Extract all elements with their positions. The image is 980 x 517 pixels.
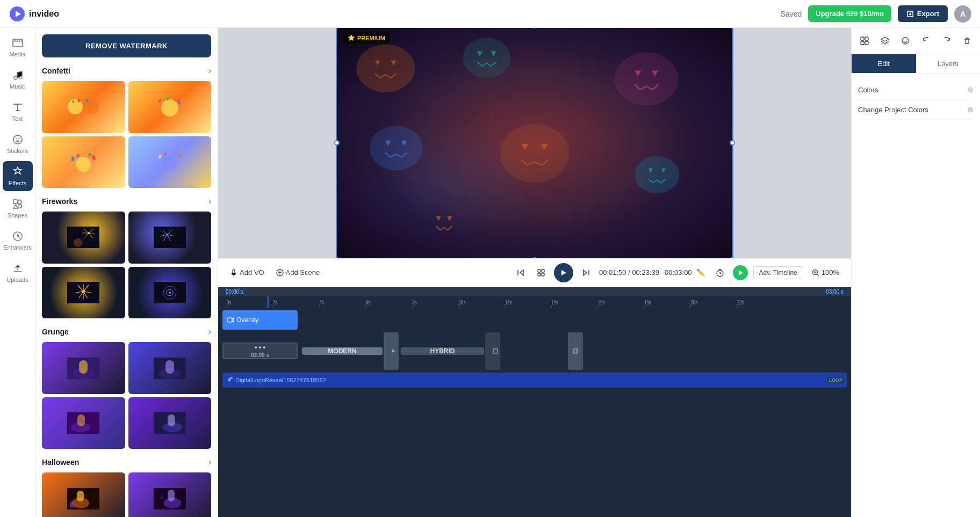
add-scene-button[interactable]: Add Scene	[273, 266, 323, 279]
effects-icon	[12, 166, 24, 178]
scene-clip-main[interactable]: • • • 03:00 s	[222, 343, 298, 359]
svg-rect-2	[13, 39, 23, 47]
grunge-section-header[interactable]: Grunge ›	[42, 327, 211, 337]
sidebar-item-music[interactable]: Music	[3, 64, 33, 94]
scene-clip-hybrid[interactable]: HYBRID	[401, 347, 484, 355]
halloween-thumbnail-1[interactable]	[42, 472, 125, 517]
handle-bottom-left[interactable]	[334, 257, 340, 258]
svg-rect-140	[493, 349, 498, 353]
fireworks-thumbnail-3[interactable]	[42, 267, 125, 319]
svg-point-23	[76, 154, 80, 157]
svg-point-8	[18, 205, 21, 208]
adv-timeline-button[interactable]: Adv. Timeline	[753, 266, 803, 279]
halloween-grid	[42, 472, 211, 517]
halloween-thumbnail-2[interactable]	[128, 472, 212, 517]
svg-point-59	[169, 292, 171, 294]
sidebar-item-shapes[interactable]: Shapes	[3, 193, 33, 223]
mask-icon	[901, 37, 910, 45]
timestamp-row: 00:00 s 03:00 s	[218, 287, 851, 296]
svg-rect-102	[337, 28, 497, 143]
overlay-clip[interactable]: Overlay	[222, 310, 298, 330]
fireworks-thumbnail-1[interactable]	[42, 212, 125, 264]
handle-bottom-right[interactable]	[730, 257, 735, 258]
halloween-chevron-icon: ›	[208, 457, 211, 467]
audio-clip[interactable]: DigitalLogoReveal1562747618562 LOOP	[222, 373, 847, 388]
svg-rect-78	[168, 490, 175, 501]
user-avatar[interactable]: A	[954, 5, 971, 23]
timeline-ruler: 0s 2s 4s 6s 8s 10s 12s 14s 16s	[218, 296, 851, 308]
record-button[interactable]	[733, 265, 748, 280]
undo-button[interactable]	[918, 32, 935, 49]
fireworks-section-header[interactable]: Fireworks ›	[42, 196, 211, 206]
storyboard-button[interactable]	[534, 266, 549, 279]
halloween-section-header[interactable]: Halloween ›	[42, 457, 211, 467]
confetti-section-header[interactable]: Confetti ›	[42, 66, 211, 76]
confetti-thumbnail-1[interactable]	[42, 81, 125, 133]
sidebar-item-stickers[interactable]: Stickers	[3, 129, 33, 159]
project-colors-expand-icon: ⊕	[967, 105, 974, 114]
app-logo: invideo	[9, 5, 59, 23]
svg-rect-113	[222, 296, 847, 308]
svg-text:16s: 16s	[598, 300, 605, 305]
tab-layers[interactable]: Layers	[916, 54, 981, 73]
fireworks-thumbnail-2[interactable]	[128, 212, 212, 264]
grunge-thumbnail-2[interactable]	[128, 342, 212, 394]
sidebar-item-effects[interactable]: Effects	[3, 161, 33, 191]
layers-view-button[interactable]	[876, 32, 893, 49]
svg-text:18s: 18s	[644, 300, 651, 305]
sidebar-item-uploads[interactable]: Uploads	[3, 258, 33, 288]
svg-point-5	[13, 135, 22, 144]
grunge-chevron-icon: ›	[208, 327, 211, 337]
svg-text:8s: 8s	[412, 300, 417, 305]
colors-section[interactable]: Colors ⊕	[858, 80, 974, 100]
zoom-button[interactable]: 100%	[809, 266, 842, 279]
logo-icon	[9, 5, 26, 23]
sidebar-item-enhancers[interactable]: Enhancers	[3, 225, 33, 256]
fireworks-thumbnail-4[interactable]	[128, 267, 212, 319]
upgrade-button[interactable]: Upgrade $20 $10/mo	[808, 5, 891, 22]
change-project-colors-section[interactable]: Change Project Colors ⊕	[858, 100, 974, 120]
delete-button[interactable]	[959, 32, 976, 49]
fireworks-title: Fireworks	[42, 197, 77, 206]
sidebar-item-text[interactable]: Text	[3, 97, 33, 127]
canvas-viewport: ⭐ PREMIUM	[218, 28, 851, 258]
confetti-thumbnail-4[interactable]	[128, 136, 212, 188]
handle-middle-right[interactable]	[730, 140, 735, 145]
grunge-thumbnail-4[interactable]	[128, 397, 212, 449]
edit-duration-button[interactable]: ✏️	[694, 267, 707, 278]
skip-forward-button[interactable]	[579, 266, 594, 279]
handle-middle-left[interactable]	[334, 140, 340, 145]
redo-button[interactable]	[938, 32, 955, 49]
icon-sidebar: Media Music Text Stickers	[0, 28, 35, 517]
fireworks-section: Fireworks ›	[42, 196, 211, 318]
tab-edit[interactable]: Edit	[852, 54, 916, 73]
add-vo-button[interactable]: Add VO	[227, 266, 268, 279]
export-button[interactable]: Export	[898, 5, 948, 22]
confetti-thumbnail-3[interactable]	[42, 136, 125, 188]
end-timestamp: 03:00 s	[823, 288, 847, 295]
colors-expand-icon: ⊕	[967, 85, 974, 94]
play-button[interactable]	[554, 263, 573, 282]
canvas-frame[interactable]: ⭐ PREMIUM	[336, 28, 733, 258]
mask-button[interactable]	[897, 32, 914, 49]
svg-marker-111	[739, 270, 743, 275]
sidebar-item-media[interactable]: Media	[3, 32, 33, 62]
remove-watermark-button[interactable]: REMOVE WATERMARK	[42, 34, 211, 57]
svg-rect-38	[154, 227, 186, 248]
fireworks-chevron-icon: ›	[208, 196, 211, 206]
skip-back-button[interactable]	[513, 266, 528, 279]
svg-rect-74	[77, 491, 84, 501]
halloween-title: Halloween	[42, 458, 79, 467]
svg-text:4s: 4s	[320, 300, 325, 305]
grunge-thumbnail-3[interactable]	[42, 397, 125, 449]
confetti-thumbnail-2[interactable]	[128, 81, 212, 133]
add-scene-icon	[276, 269, 284, 276]
svg-point-28	[164, 152, 167, 155]
timer-button[interactable]	[712, 266, 727, 279]
grid-view-button[interactable]	[856, 32, 873, 49]
scene-clip-modern[interactable]: MODERN	[302, 347, 383, 355]
timeline-controls: Add VO Add Scene	[218, 258, 851, 287]
svg-point-11	[84, 99, 99, 114]
grunge-thumbnail-1[interactable]	[42, 342, 125, 394]
svg-text:20s: 20s	[691, 300, 698, 305]
